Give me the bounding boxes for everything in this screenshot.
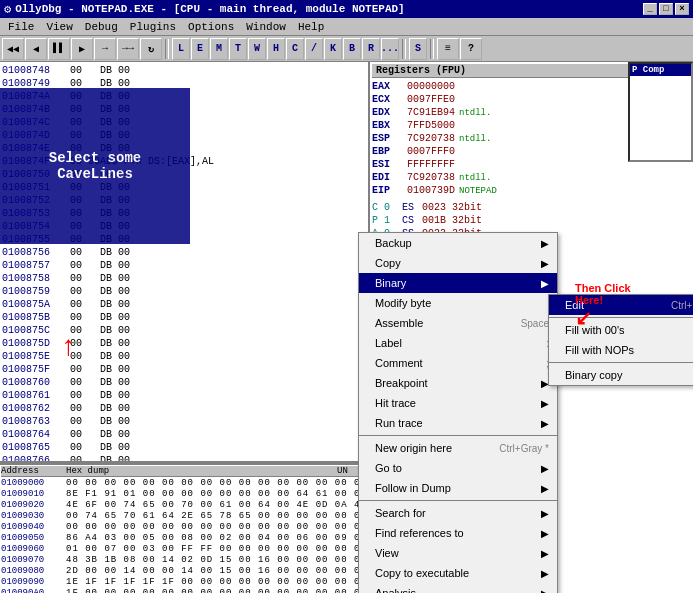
menu-options[interactable]: Options	[182, 20, 240, 34]
menu-file[interactable]: File	[2, 20, 40, 34]
cm-sep1	[359, 435, 557, 436]
cpu-panel: Select some CaveLines ↑ 01008748 00 DB 0…	[0, 62, 370, 593]
table-row[interactable]: 01008758 00 DB 00	[0, 272, 368, 285]
cm-binary[interactable]: Binary▶	[359, 273, 557, 293]
cm-run-trace[interactable]: Run trace▶	[359, 413, 557, 433]
close-button[interactable]: ×	[675, 3, 689, 15]
cm-label[interactable]: Label:	[359, 333, 557, 353]
table-row[interactable]: 01008759 00 DB 00	[0, 285, 368, 298]
list-item[interactable]: 0100900000 00 00 00 00 00 00 00 00 00 00…	[1, 478, 367, 489]
toolbar-dots[interactable]: ...	[381, 38, 399, 60]
toolbar-step[interactable]: →	[94, 38, 116, 60]
table-row[interactable]: 01008761 00 DB 00	[0, 389, 368, 402]
table-row[interactable]: 01008766 00 DB 00	[0, 454, 368, 463]
toolbar-l[interactable]: L	[172, 38, 190, 60]
cm-view[interactable]: View▶	[359, 543, 557, 563]
list-item[interactable]: 0100907048 3B 1B 08 00 14 02 0D 15 00 16…	[1, 555, 367, 566]
minimize-button[interactable]: _	[643, 3, 657, 15]
toolbar-e[interactable]: E	[191, 38, 209, 60]
sm-fill-nops[interactable]: Fill with NOPs	[549, 340, 693, 360]
toolbar-extra1[interactable]: ≡	[437, 38, 459, 60]
table-row[interactable]: 0100875F 00 DB 00	[0, 363, 368, 376]
toolbar-back[interactable]: ◀	[25, 38, 47, 60]
list-item[interactable]: 0100903000 74 65 70 61 64 2E 65 78 65 00…	[1, 511, 367, 522]
toolbar-k[interactable]: K	[324, 38, 342, 60]
menu-help[interactable]: Help	[292, 20, 330, 34]
list-item[interactable]: 010090108E F1 91 01 00 00 00 00 00 00 00…	[1, 489, 367, 500]
disasm-view[interactable]: Select some CaveLines ↑ 01008748 00 DB 0…	[0, 62, 368, 463]
list-item: C 0ES0023 32bit	[372, 201, 688, 214]
cm-analysis[interactable]: Analysis▶	[359, 583, 557, 593]
list-item[interactable]: 010090A01F 00 00 00 00 00 00 00 00 00 00…	[1, 588, 367, 593]
cm-modify-byte[interactable]: Modify byte	[359, 293, 557, 313]
cm-search-for[interactable]: Search for▶	[359, 503, 557, 523]
table-row[interactable]: 01008762 00 DB 00	[0, 402, 368, 415]
list-item[interactable]: 010090802D 00 00 14 00 00 14 00 15 00 16…	[1, 566, 367, 577]
table-row[interactable]: 01008765 00 DB 00	[0, 441, 368, 454]
table-row[interactable]: 01008756 00 DB 00	[0, 246, 368, 259]
menu-view[interactable]: View	[40, 20, 78, 34]
cm-follow-dump[interactable]: Follow in Dump▶	[359, 478, 557, 498]
table-row[interactable]: 01008757 00 DB 00	[0, 259, 368, 272]
select-label1: Select some	[49, 150, 141, 166]
cm-find-references[interactable]: Find references to▶	[359, 523, 557, 543]
comp-panel: P Comp	[628, 62, 693, 162]
toolbar-t[interactable]: T	[229, 38, 247, 60]
menu-window[interactable]: Window	[240, 20, 292, 34]
menu-bar: File View Debug Plugins Options Window H…	[0, 18, 693, 36]
toolbar-rewind[interactable]: ◀◀	[2, 38, 24, 60]
toolbar-pause[interactable]: ▌▌	[48, 38, 70, 60]
toolbar-m[interactable]: M	[210, 38, 228, 60]
cm-backup[interactable]: Backup▶	[359, 233, 557, 253]
hex-dump-panel[interactable]: Address Hex dump UN 0100900000 00 00 00 …	[0, 463, 368, 593]
title-bar: ⚙ OllyDbg - NOTEPAD.EXE - [CPU - main th…	[0, 0, 693, 18]
list-item[interactable]: 010090204E 6F 00 74 65 00 70 00 61 00 64…	[1, 500, 367, 511]
table-row[interactable]: 0100875C 00 DB 00	[0, 324, 368, 337]
list-item[interactable]: 0100905086 A4 03 00 05 00 08 00 02 00 04…	[1, 533, 367, 544]
menu-plugins[interactable]: Plugins	[124, 20, 182, 34]
cm-breakpoint[interactable]: Breakpoint▶	[359, 373, 557, 393]
table-row[interactable]: 01008764 00 DB 00	[0, 428, 368, 441]
list-item[interactable]: 0100906001 00 07 00 03 00 FF FF 00 00 00…	[1, 544, 367, 555]
maximize-button[interactable]: □	[659, 3, 673, 15]
cm-hit-trace[interactable]: Hit trace▶	[359, 393, 557, 413]
toolbar-c[interactable]: C	[286, 38, 304, 60]
toolbar-b[interactable]: B	[343, 38, 361, 60]
list-item[interactable]: 010090901E 1F 1F 1F 1F 1F 00 00 00 00 00…	[1, 577, 367, 588]
sm-sep2	[549, 362, 693, 363]
comp-content	[630, 76, 691, 160]
table-row[interactable]: 0100875D 00 DB 00	[0, 337, 368, 350]
then-click-annotation: Then Click Here! ↙	[575, 282, 631, 330]
sm-binary-copy[interactable]: Binary copy	[549, 365, 693, 385]
toolbar-sep2	[402, 39, 406, 59]
title-bar-icon: ⚙	[4, 2, 11, 17]
toolbar-r[interactable]: R	[362, 38, 380, 60]
table-row[interactable]: 01008748 00 DB 00	[0, 64, 368, 77]
toolbar-h[interactable]: H	[267, 38, 285, 60]
menu-debug[interactable]: Debug	[79, 20, 124, 34]
table-row[interactable]: 01008763 00 DB 00	[0, 415, 368, 428]
selection-overlay: Select some CaveLines	[0, 88, 190, 244]
toolbar-sep3	[430, 39, 434, 59]
toolbar-play[interactable]: ▶	[71, 38, 93, 60]
cm-copy-exec[interactable]: Copy to executable▶	[359, 563, 557, 583]
cm-goto[interactable]: Go to▶	[359, 458, 557, 478]
toolbar-s[interactable]: S	[409, 38, 427, 60]
table-row[interactable]: 0100875A 00 DB 00	[0, 298, 368, 311]
list-item[interactable]: 0100904000 00 00 00 00 00 00 00 00 00 00…	[1, 522, 367, 533]
cm-new-origin[interactable]: New origin hereCtrl+Gray *	[359, 438, 557, 458]
toolbar-w[interactable]: W	[248, 38, 266, 60]
table-row[interactable]: 0100875E 00 DB 00	[0, 350, 368, 363]
select-label2: CaveLines	[57, 166, 133, 182]
toolbar-restart[interactable]: ↻	[140, 38, 162, 60]
cm-comment[interactable]: Comment;	[359, 353, 557, 373]
cm-copy[interactable]: Copy▶	[359, 253, 557, 273]
table-row[interactable]: 0100875B 00 DB 00	[0, 311, 368, 324]
hex-dump-header: Address Hex dump UN	[1, 466, 367, 477]
cm-sep2	[359, 500, 557, 501]
toolbar-stepover[interactable]: →→	[117, 38, 139, 60]
toolbar-slash[interactable]: /	[305, 38, 323, 60]
cm-assemble[interactable]: AssembleSpace	[359, 313, 557, 333]
toolbar-extra2[interactable]: ?	[460, 38, 482, 60]
table-row[interactable]: 01008760 00 DB 00	[0, 376, 368, 389]
